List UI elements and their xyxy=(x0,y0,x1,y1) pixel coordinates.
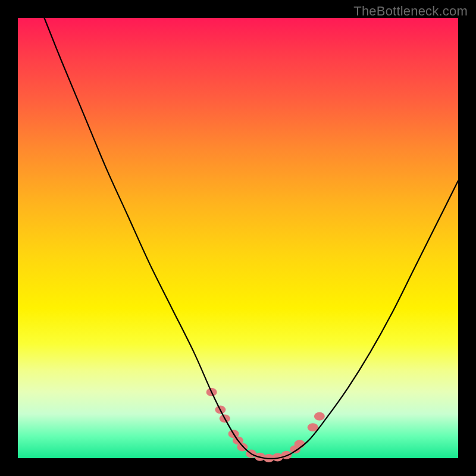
trough-dots xyxy=(206,388,325,462)
bottleneck-curve xyxy=(44,18,458,459)
watermark-text: TheBottleneck.com xyxy=(353,4,468,19)
trough-dot xyxy=(281,451,292,459)
trough-dot xyxy=(314,412,325,421)
trough-dot xyxy=(295,440,305,448)
chart-frame: TheBottleneck.com xyxy=(0,0,476,476)
chart-svg xyxy=(18,18,458,458)
